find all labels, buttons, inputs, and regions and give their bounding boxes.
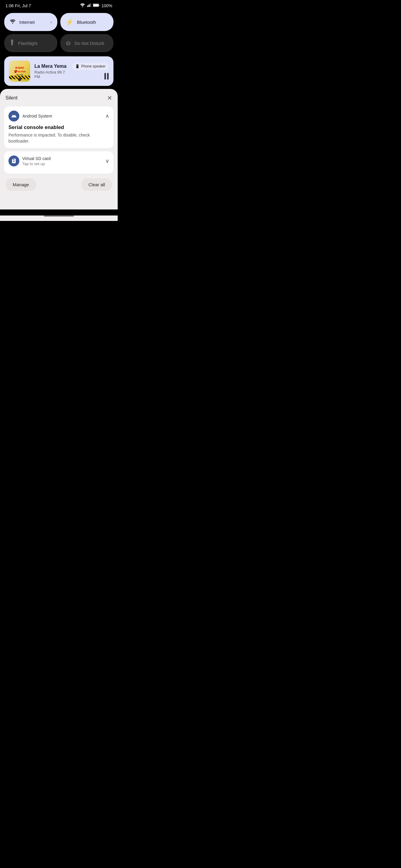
bluetooth-label: Bluetooth xyxy=(77,20,96,25)
notification-close-button[interactable]: ✕ xyxy=(107,94,112,101)
clear-all-button[interactable]: Clear all xyxy=(81,179,112,191)
bluetooth-tile[interactable]: ⚡ Bluetooth xyxy=(60,13,113,31)
do-not-disturb-tile[interactable]: ⊖ Do Not Disturb xyxy=(60,34,113,52)
virtual-sd-icon xyxy=(8,156,19,166)
quick-tiles-row-1: Internet › ⚡ Bluetooth xyxy=(4,13,113,31)
notification-card-1[interactable]: Android System ∧ Serial console enabled … xyxy=(4,106,113,148)
notif-1-app-name: Android System xyxy=(22,114,102,119)
notification-card-2-header: Virtual SD card Tap to set up ∨ xyxy=(8,156,109,166)
notif-2-expand-icon[interactable]: ∨ xyxy=(105,158,109,164)
flashlight-label: Flashlight xyxy=(18,41,37,46)
notif-1-expand-icon[interactable]: ∧ xyxy=(105,113,109,119)
android-system-icon xyxy=(8,111,19,121)
internet-label: Internet xyxy=(19,20,35,25)
svg-rect-10 xyxy=(11,45,12,45)
notification-card-1-header: Android System ∧ xyxy=(8,111,109,121)
dnd-label: Do Not Disturb xyxy=(75,41,104,46)
notif-1-text: Performance is impacted. To disable, che… xyxy=(8,132,109,144)
media-player[interactable]: RADIO ☢ACTIVA 99.7 FM La Mera Yema Radio… xyxy=(4,56,113,86)
battery-percent: 100% xyxy=(102,3,112,8)
notification-panel: Silent ✕ Android System ∧ Serial console… xyxy=(0,89,118,210)
bluetooth-icon: ⚡ xyxy=(66,19,73,26)
pause-bar-1 xyxy=(105,73,106,80)
notif-1-title: Serial console enabled xyxy=(8,124,109,130)
quick-tiles-row-2: Flashlight ⊖ Do Not Disturb xyxy=(4,34,113,52)
notif-2-content: Virtual SD card Tap to set up xyxy=(22,156,102,166)
speaker-badge[interactable]: 📱 Phone speaker xyxy=(72,63,109,70)
pause-button[interactable] xyxy=(105,73,109,80)
speaker-label: Phone speaker xyxy=(81,64,106,68)
notif-2-app-name: Virtual SD card xyxy=(22,156,102,161)
internet-tile[interactable]: Internet › xyxy=(4,13,57,31)
svg-rect-9 xyxy=(11,42,13,45)
wifi-tile-icon xyxy=(10,19,16,25)
notification-card-2[interactable]: Virtual SD card Tap to set up ∨ xyxy=(4,151,113,174)
notification-section-title: Silent xyxy=(5,95,18,101)
svg-rect-6 xyxy=(99,4,99,6)
notification-header: Silent ✕ xyxy=(4,94,113,101)
quick-tiles: Internet › ⚡ Bluetooth Flashlight ⊖ xyxy=(0,10,118,55)
home-indicator xyxy=(44,216,74,217)
media-art: RADIO ☢ACTIVA 99.7 FM xyxy=(9,61,30,82)
status-icons: 100% xyxy=(80,3,112,8)
media-title: La Mera Yema xyxy=(34,64,68,69)
wifi-icon xyxy=(80,3,85,8)
internet-arrow-icon: › xyxy=(50,20,52,24)
status-bar: 1:06 Fri, Jul 7 xyxy=(0,0,118,10)
svg-rect-5 xyxy=(93,4,98,6)
svg-marker-1 xyxy=(87,5,88,7)
svg-marker-3 xyxy=(90,3,91,7)
dnd-icon: ⊖ xyxy=(66,39,71,47)
svg-point-7 xyxy=(12,23,13,24)
media-subtitle: Radio Activa 99.7 FM xyxy=(34,70,68,79)
manage-button[interactable]: Manage xyxy=(5,179,36,191)
svg-marker-2 xyxy=(89,4,90,7)
phone-speaker-icon: 📱 xyxy=(75,64,80,68)
status-time: 1:06 Fri, Jul 7 xyxy=(5,3,31,8)
flashlight-tile[interactable]: Flashlight xyxy=(4,34,57,52)
signal-icon xyxy=(87,3,91,8)
media-controls: 📱 Phone speaker xyxy=(72,63,109,80)
pause-bar-2 xyxy=(107,73,109,80)
battery-icon xyxy=(93,3,99,8)
svg-rect-8 xyxy=(11,39,13,40)
notification-actions: Manage Clear all xyxy=(4,179,113,191)
media-info: La Mera Yema Radio Activa 99.7 FM xyxy=(34,64,68,79)
notif-2-subtitle: Tap to set up xyxy=(22,161,102,166)
flashlight-icon xyxy=(10,39,15,47)
svg-point-0 xyxy=(82,6,83,7)
